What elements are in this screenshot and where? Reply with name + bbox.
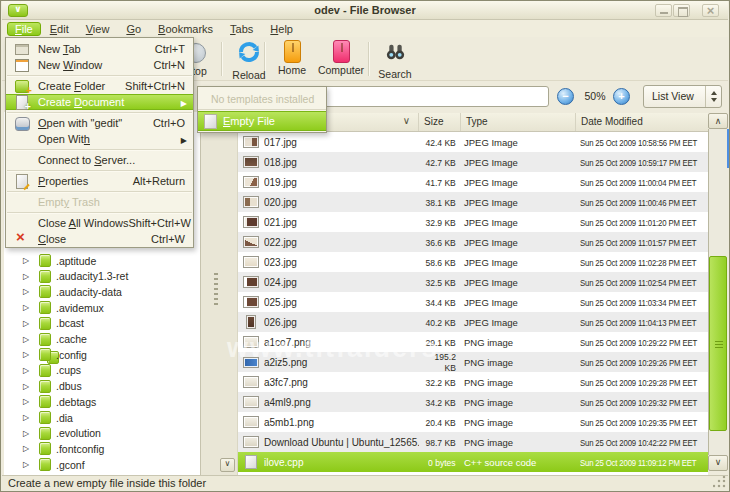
menu-item-new-tab[interactable]: New TabCtrl+T: [6, 41, 193, 57]
menu-item-new-window[interactable]: New WindowCtrl+N: [6, 57, 193, 73]
expander-triangle-icon[interactable]: [23, 335, 33, 344]
sidebar-item-fontconfig[interactable]: .fontconfig: [4, 441, 200, 456]
expander-triangle-icon[interactable]: [23, 413, 33, 422]
menubar-item-view[interactable]: View: [78, 22, 118, 36]
file-date-modified: Sun 25 Oct 2009 11:01:57 PM EET: [574, 237, 706, 248]
file-row-020-jpg[interactable]: 020.jpg38.1 KBJPEG ImageSun 25 Oct 2009 …: [238, 192, 708, 212]
resize-grip[interactable]: [713, 476, 726, 488]
menu-item-open-with[interactable]: Open With: [6, 131, 193, 147]
expander-triangle-icon[interactable]: [23, 319, 33, 328]
file-row-022-jpg[interactable]: 022.jpg36.6 KBJPEG ImageSun 25 Oct 2009 …: [238, 232, 708, 252]
file-row-017-jpg[interactable]: 017.jpg42.4 KBJPEG ImageSun 25 Oct 2009 …: [238, 132, 708, 152]
sidebar-item-avidemux[interactable]: .avidemux: [4, 300, 200, 315]
file-name: a4ml9.png: [264, 397, 419, 408]
search-icon: [372, 40, 418, 67]
file-row-018-jpg[interactable]: 018.jpg42.7 KBJPEG ImageSun 25 Oct 2009 …: [238, 152, 708, 172]
expander-triangle-icon[interactable]: [23, 350, 33, 359]
sidebar-item-dbus[interactable]: .dbus: [4, 379, 200, 394]
column-header-size[interactable]: Size: [419, 113, 461, 131]
folder-icon: [39, 364, 51, 377]
file-row-a3fc7-png[interactable]: a3fc7.png32.2 KBPNG imageSun 25 Oct 2009…: [238, 372, 708, 392]
expander-triangle-icon[interactable]: [23, 256, 33, 265]
sidebar-item-dia[interactable]: .dia: [4, 410, 200, 425]
file-row-023-jpg[interactable]: 023.jpg58.6 KBJPEG ImageSun 25 Oct 2009 …: [238, 252, 708, 272]
file-row-025-jpg[interactable]: 025.jpg34.4 KBJPEG ImageSun 25 Oct 2009 …: [238, 292, 708, 312]
file-type: JPEG Image: [459, 157, 574, 168]
sidebar-item-debtags[interactable]: .debtags: [4, 394, 200, 409]
file-type: JPEG Image: [459, 237, 574, 248]
file-row-a2iz5-png[interactable]: a2iz5.png195.2 KBPNG imageSun 25 Oct 200…: [238, 352, 708, 372]
file-row-ilove-cpp[interactable]: ilove.cpp0 bytesC++ source codeSun 25 Oc…: [238, 452, 708, 472]
expander-triangle-icon[interactable]: [23, 287, 33, 296]
sidebar-item-audacity1.3-ret[interactable]: .audacity1.3-ret: [4, 269, 200, 284]
expander-triangle-icon[interactable]: [23, 366, 33, 375]
sidebar-item-aptitude[interactable]: .aptitude: [4, 253, 200, 268]
sidebar-item-cache[interactable]: .cache: [4, 332, 200, 347]
sidebar-item-config[interactable]: .config: [4, 347, 200, 362]
menu-item-empty-file[interactable]: Empty File: [198, 111, 326, 131]
file-row-a5mb1-png[interactable]: a5mb1.png20.4 KBPNG imageSun 25 Oct 2009…: [238, 412, 708, 432]
scroll-up-button[interactable]: [708, 113, 728, 129]
expander-triangle-icon[interactable]: [23, 429, 33, 438]
file-row-download-ubuntu-ubuntu-12565[interactable]: Download Ubuntu | Ubuntu_12565...98.7 KB…: [238, 432, 708, 452]
scrollbar-thumb[interactable]: [709, 256, 727, 431]
file-row-a1co7-png[interactable]: a1co7.png29.1 KBPNG imageSun 25 Oct 2009…: [238, 332, 708, 352]
maximize-button[interactable]: [673, 4, 690, 17]
expander-triangle-icon[interactable]: [23, 444, 33, 453]
sidebar-item-cups[interactable]: .cups: [4, 363, 200, 378]
menu-item-create-folder[interactable]: Create FolderShift+Ctrl+N: [6, 78, 193, 94]
expander-triangle-icon[interactable]: [23, 272, 33, 281]
menubar-item-file[interactable]: File: [7, 22, 41, 36]
toolbar-search-button[interactable]: Search: [372, 39, 418, 79]
menubar-item-go[interactable]: Go: [118, 22, 149, 36]
menubar-item-tabs[interactable]: Tabs: [222, 22, 261, 36]
file-size: 34.2 KB: [419, 397, 459, 408]
file-row-021-jpg[interactable]: 021.jpg32.9 KBJPEG ImageSun 25 Oct 2009 …: [238, 212, 708, 232]
menu-item-label: Open with "gedit": [38, 117, 153, 129]
menubar-item-help[interactable]: Help: [262, 22, 301, 36]
submenu-arrow-icon: [181, 133, 193, 145]
toolbar-reload-button[interactable]: Reload: [224, 39, 274, 79]
jpeg-thumbnail-icon: [243, 196, 259, 208]
expander-triangle-icon[interactable]: [23, 382, 33, 391]
zoom-out-icon[interactable]: [557, 88, 574, 105]
menu-item-connect-to-server[interactable]: Connect to Server...: [6, 152, 193, 168]
zoom-in-icon[interactable]: [613, 88, 630, 105]
column-header-type[interactable]: Type: [461, 113, 576, 131]
column-header-date-modified[interactable]: Date Modified: [576, 113, 708, 131]
sidebar-item-gconf[interactable]: .gconf: [4, 457, 200, 472]
gedit-icon: [14, 116, 30, 130]
file-row-019-jpg[interactable]: 019.jpg41.7 KBJPEG ImageSun 25 Oct 2009 …: [238, 172, 708, 192]
sidebar-scroll-down-button[interactable]: [220, 458, 235, 472]
pane-separator[interactable]: [201, 112, 238, 478]
pane-grip-handle[interactable]: [214, 273, 218, 305]
file-row-026-jpg[interactable]: 026.jpg40.2 KBJPEG ImageSun 25 Oct 2009 …: [238, 312, 708, 332]
expander-triangle-icon[interactable]: [23, 460, 33, 469]
expander-triangle-icon[interactable]: [23, 303, 33, 312]
toolbar-home-button[interactable]: Home: [269, 39, 315, 79]
menu-item-close[interactable]: CloseCtrl+W: [6, 231, 193, 247]
sidebar-item-audacity-data[interactable]: .audacity-data: [4, 284, 200, 299]
minimize-button[interactable]: [655, 4, 672, 17]
menubar-item-edit[interactable]: Edit: [42, 22, 77, 36]
menu-item-properties[interactable]: PropertiesAlt+Return: [6, 173, 193, 189]
menubar-item-bookmarks[interactable]: Bookmarks: [150, 22, 221, 36]
scroll-down-button[interactable]: [708, 455, 728, 471]
file-row-024-jpg[interactable]: 024.jpg32.5 KBJPEG ImageSun 25 Oct 2009 …: [238, 272, 708, 292]
file-size: 0 bytes: [419, 457, 459, 468]
jpeg-thumbnail-icon: [243, 176, 259, 188]
file-row-a4ml9-png[interactable]: a4ml9.png34.2 KBPNG imageSun 25 Oct 2009…: [238, 392, 708, 412]
sidebar-item-bcast[interactable]: .bcast: [4, 316, 200, 331]
menu-item-close-all-windows[interactable]: Close All WindowsShift+Ctrl+W: [6, 215, 193, 231]
file-name: 026.jpg: [264, 317, 419, 328]
png-thumbnail-icon: [243, 376, 259, 388]
expander-triangle-icon[interactable]: [23, 397, 33, 406]
sidebar-item-evolution[interactable]: .evolution: [4, 426, 200, 441]
toolbar-computer-button[interactable]: Computer: [316, 39, 366, 79]
view-mode-dropdown[interactable]: List View: [643, 85, 722, 108]
file-type: C++ source code: [459, 457, 574, 468]
menu-item-create-document[interactable]: Create Document: [6, 94, 193, 110]
menu-item-accelerator: Ctrl+W: [151, 233, 193, 245]
close-button[interactable]: [702, 4, 719, 17]
menu-item-open-with-gedit[interactable]: Open with "gedit"Ctrl+O: [6, 115, 193, 131]
